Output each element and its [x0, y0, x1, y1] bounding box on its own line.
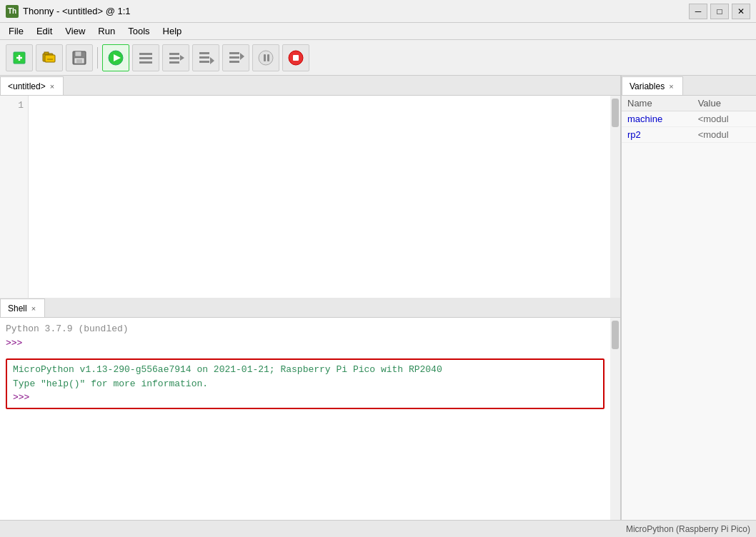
code-editor[interactable]: [29, 96, 610, 298]
shell-micropython-info: MicroPython v1.13-290-g556ae7914 on 2021…: [6, 358, 605, 409]
svg-rect-17: [169, 57, 179, 59]
shell-text[interactable]: Python 3.7.9 (bundled) >>> MicroPython v…: [0, 318, 610, 520]
shell-blank: [6, 350, 605, 356]
shell-tab[interactable]: Shell ×: [0, 298, 45, 317]
menu-view[interactable]: View: [59, 24, 91, 38]
svg-rect-5: [45, 55, 55, 62]
svg-rect-10: [76, 59, 82, 63]
debug3-button[interactable]: [192, 44, 219, 71]
svg-rect-18: [169, 61, 179, 64]
debug4-button[interactable]: [222, 44, 249, 71]
svg-rect-32: [293, 55, 299, 61]
svg-rect-26: [229, 61, 239, 63]
shell-tab-label: Shell: [8, 303, 27, 313]
maximize-button[interactable]: □: [710, 4, 729, 19]
menu-file[interactable]: File: [3, 24, 29, 38]
shell-python-version: Python 3.7.9 (bundled): [6, 322, 605, 336]
svg-marker-23: [210, 57, 214, 64]
debug1-button[interactable]: [132, 44, 159, 71]
svg-rect-13: [139, 53, 152, 55]
svg-rect-22: [199, 61, 209, 63]
editor-scrollbar-thumb: [612, 99, 619, 127]
editor-tab-label: <untitled>: [8, 81, 46, 91]
title-bar-left: Th Thonny - <untitled> @ 1:1: [6, 5, 131, 18]
menu-tools[interactable]: Tools: [122, 24, 155, 38]
close-button[interactable]: ✕: [732, 4, 750, 19]
toolbar: [0, 40, 756, 76]
title-bar: Th Thonny - <untitled> @ 1:1 ─ □ ✕: [0, 0, 756, 23]
toolbar-separator-1: [97, 47, 98, 69]
shell-scrollbar[interactable]: [610, 318, 620, 520]
shell-content: Python 3.7.9 (bundled) >>> MicroPython v…: [0, 318, 620, 520]
save-button[interactable]: [66, 44, 93, 71]
menu-edit[interactable]: Edit: [31, 24, 58, 38]
menu-bar: File Edit View Run Tools Help: [0, 23, 756, 40]
svg-marker-19: [180, 55, 184, 61]
window-title: Thonny - <untitled> @ 1:1: [23, 6, 131, 16]
svg-rect-8: [75, 51, 81, 56]
variables-table: Name Value machine <modul rp2 <modul: [622, 96, 756, 143]
variables-header-row: Name Value: [622, 96, 756, 111]
table-row: machine <modul: [622, 111, 756, 127]
editor-tab[interactable]: <untitled> ×: [0, 76, 64, 95]
minimize-button[interactable]: ─: [689, 4, 707, 19]
variables-tab-bar: Variables ×: [622, 76, 756, 96]
app-icon: Th: [6, 5, 19, 18]
variables-tab-close[interactable]: ×: [667, 82, 675, 91]
variables-panel: Variables × Name Value machine <modul rp…: [620, 76, 756, 520]
code-area[interactable]: 1: [0, 96, 620, 298]
svg-rect-25: [229, 56, 239, 59]
svg-rect-4: [44, 52, 49, 54]
main-area: <untitled> × 1 Shell × Python: [0, 76, 756, 520]
new-button[interactable]: [6, 44, 33, 71]
var-value-rp2: <modul: [692, 127, 756, 143]
var-name-machine: machine: [622, 111, 692, 127]
editor-scrollbar[interactable]: [610, 96, 620, 298]
editor-pane: <untitled> × 1 Shell × Python: [0, 76, 620, 520]
svg-rect-20: [199, 52, 209, 54]
svg-marker-27: [240, 53, 244, 60]
shell-prompt-2: >>>: [13, 391, 597, 405]
var-value-machine: <modul: [692, 111, 756, 127]
svg-rect-29: [264, 54, 266, 61]
status-text: MicroPython (Raspberry Pi Pico): [626, 524, 750, 534]
variables-tab[interactable]: Variables ×: [622, 76, 683, 95]
svg-rect-21: [199, 56, 209, 59]
debug2-button[interactable]: [162, 44, 189, 71]
shell-prompt-1: >>>: [6, 336, 605, 351]
svg-rect-24: [229, 52, 239, 54]
stop-button[interactable]: [282, 44, 309, 71]
window-controls: ─ □ ✕: [689, 4, 750, 19]
shell-tab-close[interactable]: ×: [30, 304, 37, 313]
svg-rect-14: [139, 57, 152, 59]
line-number-1: 1: [0, 99, 24, 113]
svg-rect-16: [169, 53, 179, 55]
editor-tab-close[interactable]: ×: [49, 82, 56, 91]
line-numbers: 1: [0, 96, 29, 298]
variables-col-value: Value: [692, 96, 756, 111]
svg-rect-15: [139, 61, 152, 64]
run-button[interactable]: [102, 44, 129, 71]
svg-rect-30: [267, 54, 269, 61]
variables-tab-label: Variables: [630, 81, 665, 91]
shell-micropython-line2: Type "help()" for more information.: [13, 377, 597, 391]
shell-micropython-line1: MicroPython v1.13-290-g556ae7914 on 2021…: [13, 363, 597, 377]
variables-col-name: Name: [622, 96, 692, 111]
table-row: rp2 <modul: [622, 127, 756, 143]
resume-button[interactable]: [252, 44, 279, 71]
status-bar: MicroPython (Raspberry Pi Pico): [0, 520, 756, 537]
shell-tab-bar: Shell ×: [0, 298, 620, 318]
menu-help[interactable]: Help: [157, 24, 188, 38]
var-name-rp2: rp2: [622, 127, 692, 143]
editor-tab-bar: <untitled> ×: [0, 76, 620, 96]
shell-scrollbar-thumb: [612, 321, 619, 349]
menu-run[interactable]: Run: [92, 24, 121, 38]
open-button[interactable]: [36, 44, 63, 71]
